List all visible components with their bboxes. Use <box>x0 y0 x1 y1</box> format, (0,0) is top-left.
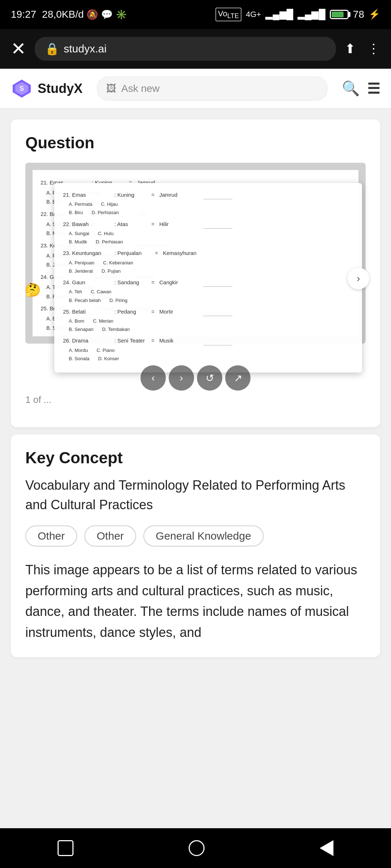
tags-row: Other Other General Knowledge <box>25 526 366 546</box>
content-card: Question 21. Emas: Kuning=Jamrud A. Perm… <box>11 119 380 427</box>
header-menu-icon[interactable]: ☰ <box>367 80 380 97</box>
description-text: This image appears to be a list of terms… <box>25 559 366 643</box>
search-bar[interactable]: 🖼 Ask new <box>97 77 327 101</box>
battery-tip <box>349 12 350 17</box>
svg-text:S: S <box>20 85 24 92</box>
status-bar: 19:27 28,0KB/d 🔕 💬 ✳️ VoLTE 4G+ ▂▄▆█ ▂▄▆… <box>0 0 391 29</box>
next-arrow-button[interactable]: › <box>348 268 369 289</box>
worksheet-popup: 21. Emas: Kuning=Jamrud A. PermataC. Hij… <box>54 183 362 373</box>
nav-recents-button[interactable] <box>58 840 73 856</box>
status-left: 19:27 28,0KB/d 🔕 💬 ✳️ <box>11 9 127 20</box>
share-icon[interactable]: ⬆ <box>345 41 356 56</box>
page-indicator: 1 of ... <box>25 394 366 405</box>
url-bar[interactable]: 🔒 studyx.ai <box>35 37 336 61</box>
search-placeholder-text: Ask new <box>121 83 160 94</box>
network-type: 4G+ <box>246 10 261 19</box>
data-speed: 28,0KB/d <box>42 9 84 20</box>
browser-menu-icon[interactable]: ⋮ <box>367 41 380 56</box>
url-text: studyx.ai <box>64 43 106 55</box>
signal-bars: ▂▄▆█ <box>265 9 293 20</box>
key-concept-label: Key Concept <box>25 449 366 467</box>
question-section: Question 21. Emas: Kuning=Jamrud A. Perm… <box>25 134 366 405</box>
hint-emoji: 🤔 <box>22 279 43 301</box>
browser-actions: ⬆ ⋮ <box>345 41 380 56</box>
nav-share-button[interactable]: ↗ <box>225 365 251 391</box>
signal-bars-2: ▂▄▆█ <box>298 9 325 20</box>
battery-indicator <box>330 10 349 19</box>
studyx-logo-icon: S <box>11 78 33 99</box>
nav-back-button[interactable]: ‹ <box>140 365 166 391</box>
question-label: Question <box>25 134 366 152</box>
time: 19:27 <box>11 9 36 20</box>
header-search-icon[interactable]: 🔍 <box>342 80 360 97</box>
battery-percent: 78 <box>353 9 364 20</box>
notification-icon: 🔕 <box>87 9 98 20</box>
app-header: S StudyX 🖼 Ask new 🔍 ☰ <box>0 69 391 109</box>
key-concept-section: Key Concept Vocabulary and Terminology R… <box>11 434 380 657</box>
nav-home-button[interactable] <box>189 840 205 856</box>
tag-general-knowledge[interactable]: General Knowledge <box>143 526 264 546</box>
bottom-nav <box>0 828 391 868</box>
lock-icon: 🔒 <box>45 42 59 56</box>
charging-icon: ⚡ <box>369 9 380 20</box>
tag-other-1[interactable]: Other <box>25 526 77 546</box>
status-right: VoLTE 4G+ ▂▄▆█ ▂▄▆█ 78 ⚡ <box>215 8 380 21</box>
main-content: Question 21. Emas: Kuning=Jamrud A. Perm… <box>0 109 391 722</box>
nav-back-device-button[interactable] <box>320 840 333 856</box>
browser-bar: ✕ 🔒 studyx.ai ⬆ ⋮ <box>0 29 391 69</box>
nav-controls: ‹ › ↺ ↗ <box>140 365 251 391</box>
nav-refresh-button[interactable]: ↺ <box>197 365 222 391</box>
image-search-icon: 🖼 <box>106 82 116 94</box>
key-concept-card: Key Concept Vocabulary and Terminology R… <box>11 434 380 657</box>
volte-icon: VoLTE <box>215 8 241 21</box>
whatsapp-icon: 💬 <box>101 9 113 20</box>
logo-container[interactable]: S StudyX <box>11 78 83 99</box>
key-concept-title: Vocabulary and Terminology Related to Pe… <box>25 476 366 515</box>
battery-fill <box>332 12 344 17</box>
logo-text: StudyX <box>38 81 83 96</box>
bottom-spacer <box>0 657 391 711</box>
pinwheel-icon: ✳️ <box>115 9 127 20</box>
nav-forward-button[interactable]: › <box>169 365 194 391</box>
question-image-container: 21. Emas: Kuning=Jamrud A. PermataC. Hij… <box>25 163 366 394</box>
close-tab-button[interactable]: ✕ <box>11 40 26 58</box>
tag-other-2[interactable]: Other <box>84 526 136 546</box>
